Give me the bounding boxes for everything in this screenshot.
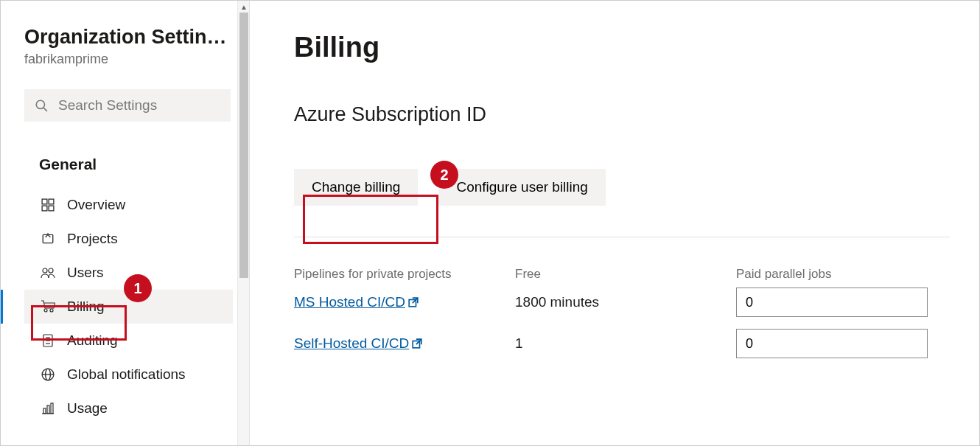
svg-rect-6	[43, 234, 53, 243]
configure-user-billing-button[interactable]: Configure user billing	[438, 169, 606, 206]
svg-line-26	[416, 339, 421, 344]
pipelines-table: Pipelines for private projects Free Paid…	[294, 267, 950, 364]
billing-icon	[39, 300, 57, 313]
external-link-icon	[408, 297, 419, 307]
svg-point-0	[36, 100, 44, 108]
nav-list: Overview Projects Users Billing	[24, 188, 233, 425]
free-value: 1	[515, 335, 736, 352]
scroll-up-icon[interactable]: ▲	[238, 1, 250, 13]
sidebar-item-label: Billing	[67, 299, 105, 315]
svg-rect-2	[42, 199, 47, 204]
ms-hosted-link[interactable]: MS Hosted CI/CD	[294, 294, 419, 310]
sidebar-item-label: Auditing	[67, 332, 118, 349]
sidebar-item-overview[interactable]: Overview	[24, 188, 233, 222]
svg-point-8	[43, 268, 47, 273]
sidebar-item-label: Projects	[67, 231, 118, 247]
paid-jobs-input[interactable]	[736, 329, 928, 358]
search-icon	[35, 99, 48, 112]
scrollbar-thumb[interactable]	[239, 13, 248, 278]
sidebar-item-label: Overview	[67, 197, 125, 213]
annotation-badge-1: 1	[124, 274, 152, 302]
auditing-icon	[39, 334, 57, 347]
page-title: Organization Settin…	[24, 26, 231, 49]
external-link-icon	[412, 338, 422, 349]
sidebar-item-auditing[interactable]: Auditing	[24, 324, 233, 358]
sidebar-item-usage[interactable]: Usage	[24, 391, 233, 425]
svg-point-9	[49, 268, 53, 273]
svg-rect-22	[51, 403, 53, 414]
org-name: fabrikamprime	[24, 52, 233, 67]
link-label: MS Hosted CI/CD	[294, 294, 405, 310]
main-title: Billing	[294, 32, 950, 63]
svg-point-11	[50, 309, 53, 312]
scrollbar[interactable]: ▲	[237, 1, 249, 445]
col-header-free: Free	[515, 267, 736, 282]
overview-icon	[39, 198, 57, 212]
col-header-pipelines: Pipelines for private projects	[294, 267, 515, 282]
svg-rect-4	[42, 206, 47, 211]
divider	[294, 237, 950, 237]
sidebar-item-label: Usage	[67, 400, 108, 417]
table-row: Self-Hosted CI/CD 1	[294, 323, 950, 364]
main-content: Billing Azure Subscription ID Change bil…	[250, 1, 979, 445]
change-billing-button[interactable]: Change billing	[294, 169, 418, 206]
svg-line-24	[413, 298, 418, 303]
projects-icon	[39, 232, 57, 245]
annotation-badge-2: 2	[430, 161, 458, 189]
sidebar-item-projects[interactable]: Projects	[24, 222, 233, 256]
sidebar-item-global-notifications[interactable]: Global notifications	[24, 358, 233, 391]
search-placeholder: Search Settings	[58, 97, 157, 114]
search-input[interactable]: Search Settings	[24, 89, 231, 122]
sidebar-item-label: Global notifications	[67, 366, 186, 383]
svg-rect-3	[49, 199, 54, 204]
users-icon	[39, 267, 57, 279]
self-hosted-link[interactable]: Self-Hosted CI/CD	[294, 335, 422, 352]
col-header-paid: Paid parallel jobs	[736, 267, 942, 282]
sidebar-item-label: Users	[67, 265, 104, 281]
svg-point-10	[44, 309, 47, 312]
section-header-general: General	[24, 156, 233, 173]
link-label: Self-Hosted CI/CD	[294, 335, 409, 352]
free-value: 1800 minutes	[515, 294, 736, 310]
sidebar: Organization Settin… fabrikamprime Searc…	[1, 1, 250, 445]
svg-rect-5	[49, 206, 54, 211]
svg-line-1	[43, 108, 47, 111]
svg-rect-21	[47, 405, 49, 414]
notifications-icon	[39, 368, 57, 381]
svg-rect-20	[43, 408, 46, 414]
paid-jobs-input[interactable]	[736, 288, 928, 317]
table-row: MS Hosted CI/CD 1800 minutes	[294, 282, 950, 323]
usage-icon	[39, 403, 57, 414]
subscription-heading: Azure Subscription ID	[294, 103, 950, 126]
